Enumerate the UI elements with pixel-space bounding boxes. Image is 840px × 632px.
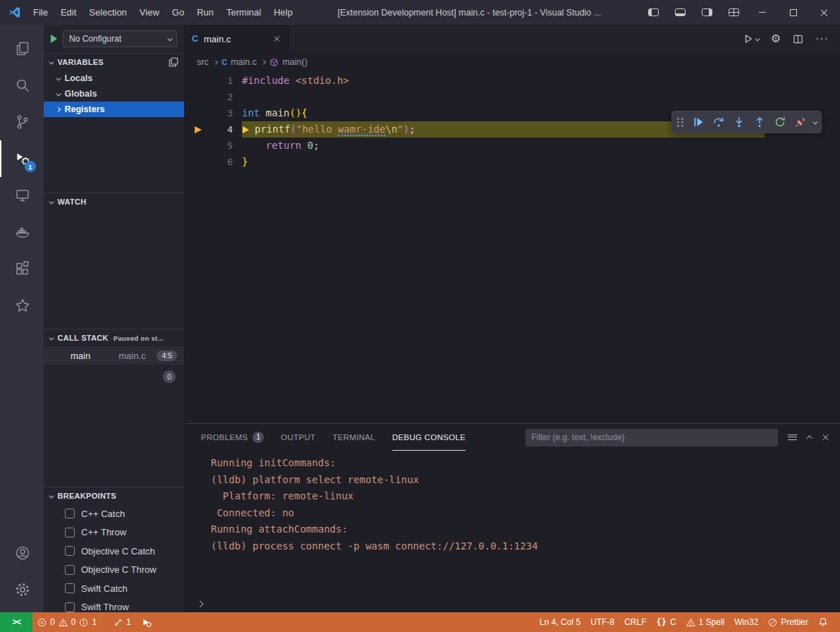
breakpoint-gutter[interactable]: [185, 138, 212, 154]
cursor-position[interactable]: Ln 4, Col 5: [535, 612, 585, 632]
eol-sequence[interactable]: CRLF: [619, 612, 651, 632]
menu-view[interactable]: View: [133, 0, 166, 25]
accounts-icon[interactable]: [0, 535, 44, 571]
close-button[interactable]: [809, 0, 840, 25]
code-line-1[interactable]: 1#include <stdio.h>: [185, 73, 840, 89]
breakpoint-gutter[interactable]: [185, 89, 212, 105]
explorer-icon[interactable]: [0, 30, 44, 67]
variables-item-globals[interactable]: Globals: [44, 86, 184, 102]
checkbox-icon[interactable]: [65, 509, 75, 518]
continue-icon[interactable]: [689, 113, 707, 131]
breadcrumb-file[interactable]: C main.c: [221, 57, 257, 67]
run-or-debug-icon[interactable]: [743, 33, 759, 44]
code-text[interactable]: }: [242, 154, 248, 170]
launch-config-dropdown[interactable]: No Configurat: [63, 30, 177, 47]
panel-tab-problems[interactable]: PROBLEMS1: [201, 424, 264, 451]
debug-console-filter-input[interactable]: [525, 429, 778, 446]
variables-header[interactable]: VARIABLES: [44, 54, 184, 71]
menu-run[interactable]: Run: [190, 0, 220, 25]
breakpoint-item[interactable]: C++ Throw: [44, 523, 184, 542]
breakpoint-item[interactable]: Swift Catch: [44, 579, 184, 598]
language-mode[interactable]: {} C: [651, 612, 681, 632]
remote-indicator[interactable]: ><: [0, 612, 32, 632]
settings-gear-icon[interactable]: [0, 571, 44, 608]
breakpoint-item[interactable]: Objective C Throw: [44, 561, 184, 580]
notifications-bell-icon[interactable]: [813, 612, 833, 632]
minimize-button[interactable]: [747, 0, 778, 25]
breakpoint-gutter[interactable]: [185, 73, 212, 89]
source-control-icon[interactable]: [0, 104, 44, 140]
panel-tab-terminal[interactable]: TERMINAL: [332, 424, 375, 451]
run-and-debug-icon[interactable]: 1: [0, 140, 44, 177]
code-line-5[interactable]: 5 return 0;: [185, 138, 840, 154]
code-line-2[interactable]: 2: [185, 89, 840, 105]
toggle-panel-icon[interactable]: [666, 0, 693, 25]
console-input-row[interactable]: [185, 595, 840, 612]
breadcrumb-folder[interactable]: src: [197, 57, 209, 67]
breakpoint-item[interactable]: Objective C Catch: [44, 542, 184, 561]
extensions-icon[interactable]: [0, 250, 44, 287]
menu-terminal[interactable]: Terminal: [220, 0, 267, 25]
breakpoint-item[interactable]: C++ Catch: [44, 504, 184, 523]
code-line-6[interactable]: 6}: [185, 154, 840, 170]
breakpoint-gutter[interactable]: [185, 105, 212, 121]
search-icon[interactable]: [0, 67, 44, 104]
code-text[interactable]: #include <stdio.h>: [242, 73, 349, 89]
breakpoint-gutter[interactable]: [185, 154, 212, 170]
step-over-icon[interactable]: [710, 113, 728, 131]
breakpoints-header[interactable]: BREAKPOINTS: [44, 487, 184, 504]
console-output-options-icon[interactable]: [788, 435, 797, 441]
close-panel-icon[interactable]: [822, 434, 829, 441]
restart-icon[interactable]: [771, 113, 789, 131]
more-actions-icon[interactable]: ···: [815, 33, 829, 44]
problems-status[interactable]: 0 0 1: [32, 612, 102, 632]
code-text[interactable]: int main(){: [242, 105, 308, 121]
checkbox-icon[interactable]: [65, 546, 75, 556]
toggle-secondary-sidebar-icon[interactable]: [693, 0, 720, 25]
variables-item-registers[interactable]: Registers: [44, 102, 184, 117]
checkbox-icon[interactable]: [65, 565, 75, 575]
checkbox-icon[interactable]: [65, 583, 75, 593]
breakpoint-gutter[interactable]: [185, 121, 212, 138]
call-stack-header[interactable]: CALL STACK Paused on st...: [44, 329, 184, 346]
code-text[interactable]: return 0;: [242, 138, 319, 154]
menu-edit[interactable]: Edit: [54, 0, 83, 25]
breakpoint-item[interactable]: Swift Throw: [44, 598, 184, 613]
stack-frame-row[interactable]: main main.c 4:5: [44, 346, 184, 365]
remote-explorer-icon[interactable]: [0, 177, 44, 214]
menu-file[interactable]: File: [27, 0, 54, 25]
tab-main-c[interactable]: C main.c: [185, 25, 289, 53]
collapse-all-icon[interactable]: [169, 57, 178, 67]
checkbox-icon[interactable]: [65, 602, 75, 612]
configure-gear-icon[interactable]: ⚙: [771, 33, 781, 44]
panel-tab-output[interactable]: OUTPUT: [281, 424, 315, 451]
toggle-sidebar-icon[interactable]: [640, 0, 666, 25]
checkbox-icon[interactable]: [65, 528, 75, 537]
formatter-status[interactable]: Prettier: [763, 612, 813, 632]
step-out-icon[interactable]: [750, 113, 769, 131]
start-debug-icon[interactable]: [51, 35, 57, 43]
watch-header[interactable]: WATCH: [44, 193, 184, 210]
split-editor-icon[interactable]: [793, 34, 803, 44]
debug-status[interactable]: [136, 612, 157, 632]
code-editor[interactable]: 1#include <stdio.h>23int main(){4printf(…: [185, 71, 840, 423]
breadcrumb-symbol[interactable]: main(): [269, 57, 307, 67]
encoding[interactable]: UTF-8: [585, 612, 619, 632]
variables-item-locals[interactable]: Locals: [44, 71, 184, 86]
chevron-down-icon[interactable]: [812, 119, 817, 123]
customize-layout-icon[interactable]: [720, 0, 747, 25]
panel-tab-debug-console[interactable]: DEBUG CONSOLE: [392, 424, 465, 451]
menu-help[interactable]: Help: [267, 0, 299, 25]
console-output[interactable]: Running initCommands:(lldb) platform sel…: [185, 451, 840, 595]
docker-icon[interactable]: [0, 214, 44, 250]
step-into-icon[interactable]: [730, 113, 748, 131]
maximize-button[interactable]: [778, 0, 809, 25]
menu-go[interactable]: Go: [166, 0, 190, 25]
drag-grip-icon[interactable]: [677, 118, 683, 127]
spell-checker-status[interactable]: 1 Spell: [681, 612, 730, 632]
tab-close-icon[interactable]: [274, 35, 281, 42]
maximize-panel-icon[interactable]: [806, 436, 812, 442]
favorites-star-icon[interactable]: [0, 287, 44, 324]
disconnect-icon[interactable]: [791, 113, 810, 131]
tools-status[interactable]: 1: [109, 612, 136, 632]
